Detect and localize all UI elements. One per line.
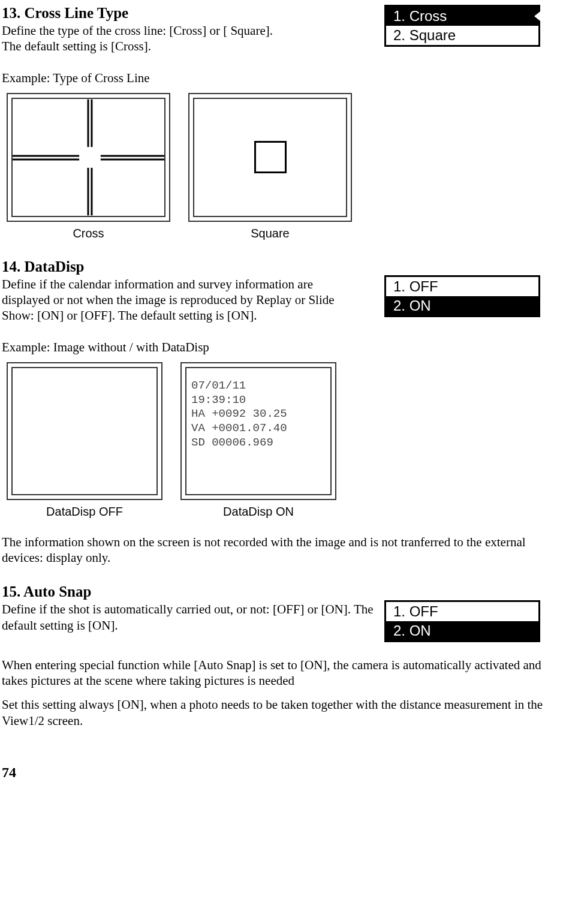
text-s15-p2: When entering special function while [Au… xyxy=(2,657,552,689)
menu-datadisp[interactable]: 1. OFF 2. ON xyxy=(384,275,540,317)
overlay-time: 19:39:10 xyxy=(191,393,330,408)
menu-option-cross[interactable]: 1. Cross xyxy=(386,7,538,26)
overlay-sd: SD 00006.969 xyxy=(191,436,330,450)
text-s14-body: Define if the calendar information and s… xyxy=(2,276,350,324)
figure-datadisp-on: 07/01/11 19:39:10 HA +0092 30.25 VA +000… xyxy=(180,362,336,519)
figure-square: Square xyxy=(188,93,352,240)
text-s13-example: Example: Type of Cross Line xyxy=(2,70,552,86)
overlay-date: 07/01/11 xyxy=(191,379,330,393)
text-s15-p3: Set this setting always [ON], when a pho… xyxy=(2,697,552,729)
figure-cross: Cross xyxy=(7,93,170,240)
page-number: 74 xyxy=(2,765,552,781)
text-s15-body: Define if the shot is automatically carr… xyxy=(2,601,374,633)
square-mark-icon xyxy=(254,141,287,173)
figure-label-datadisp-on: DataDisp ON xyxy=(223,505,294,519)
text-s14-note: The information shown on the screen is n… xyxy=(2,534,552,566)
menu-option-autosnap-off[interactable]: 1. OFF xyxy=(386,602,538,621)
menu-cross-line-type[interactable]: 1. Cross 2. Square xyxy=(384,5,540,47)
heading-auto-snap: 15. Auto Snap xyxy=(2,583,552,600)
menu-auto-snap[interactable]: 1. OFF 2. ON xyxy=(384,600,540,642)
figure-label-square: Square xyxy=(251,227,290,240)
menu-option-datadisp-off[interactable]: 1. OFF xyxy=(386,277,538,296)
overlay-va: VA +0001.07.40 xyxy=(191,422,330,436)
menu-option-autosnap-on[interactable]: 2. ON xyxy=(386,621,538,640)
overlay-ha: HA +0092 30.25 xyxy=(191,407,330,422)
text-s13-line1: Define the type of the cross line: [Cros… xyxy=(2,23,350,38)
menu-option-datadisp-on[interactable]: 2. ON xyxy=(386,296,538,315)
figure-label-datadisp-off: DataDisp OFF xyxy=(46,505,123,519)
cross-line-icon xyxy=(13,99,164,216)
menu-option-square[interactable]: 2. Square xyxy=(386,26,538,45)
heading-datadisp: 14. DataDisp xyxy=(2,258,552,275)
text-s13-line2: The default setting is [Cross]. xyxy=(2,38,350,54)
figure-label-cross: Cross xyxy=(73,227,104,240)
text-s14-example: Example: Image without / with DataDisp xyxy=(2,339,552,355)
figure-datadisp-off: DataDisp OFF xyxy=(7,362,162,519)
